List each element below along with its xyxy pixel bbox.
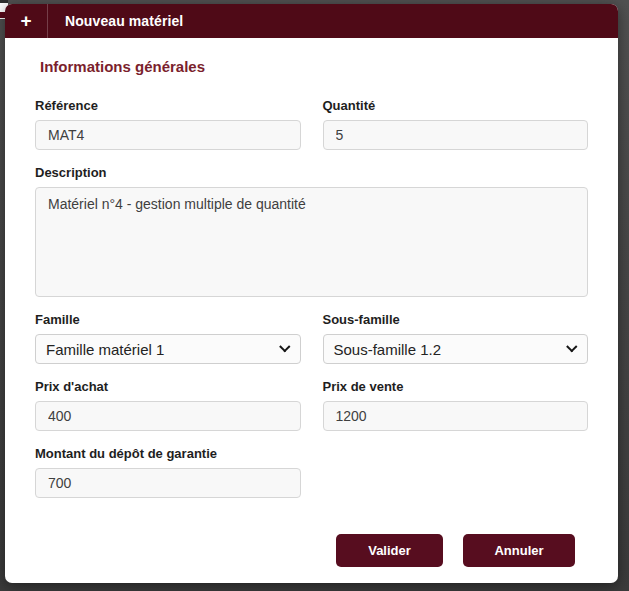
famille-select[interactable]: Famille matériel 1 — [35, 334, 301, 364]
new-material-dialog: + Nouveau matériel Informations générale… — [5, 4, 618, 583]
dialog-body: Informations générales Référence Quantit… — [5, 38, 618, 583]
reference-input[interactable] — [35, 120, 301, 150]
sous-famille-label: Sous-famille — [323, 312, 589, 328]
field-reference: Référence — [35, 98, 301, 150]
field-prix-vente: Prix de vente — [323, 379, 589, 431]
quantite-label: Quantité — [323, 98, 589, 114]
field-description: Description Matériel n°4 - gestion multi… — [35, 165, 588, 297]
plus-icon: + — [5, 11, 47, 32]
depot-garantie-label: Montant du dépôt de garantie — [35, 446, 301, 462]
sous-famille-select[interactable]: Sous-famille 1.2 — [323, 334, 589, 364]
annuler-button[interactable]: Annuler — [463, 534, 575, 567]
field-sous-famille: Sous-famille Sous-famille 1.2 — [323, 312, 589, 364]
reference-label: Référence — [35, 98, 301, 114]
dialog-footer: Valider Annuler — [35, 534, 588, 567]
field-depot-garantie: Montant du dépôt de garantie — [35, 446, 301, 498]
prix-achat-label: Prix d'achat — [35, 379, 301, 395]
valider-button[interactable]: Valider — [336, 534, 443, 567]
dialog-header: + Nouveau matériel — [5, 4, 618, 38]
row-famille-sousfamille: Famille Famille matériel 1 Sous-famille … — [35, 312, 588, 364]
description-label: Description — [35, 165, 588, 181]
famille-label: Famille — [35, 312, 301, 328]
field-famille: Famille Famille matériel 1 — [35, 312, 301, 364]
row-prix: Prix d'achat Prix de vente — [35, 379, 588, 431]
field-prix-achat: Prix d'achat — [35, 379, 301, 431]
row-reference-quantite: Référence Quantité — [35, 98, 588, 150]
prix-vente-input[interactable] — [323, 401, 589, 431]
description-textarea[interactable]: Matériel n°4 - gestion multiple de quant… — [35, 187, 588, 297]
dialog-title: Nouveau matériel — [48, 13, 183, 29]
field-quantite: Quantité — [323, 98, 589, 150]
row-description: Description Matériel n°4 - gestion multi… — [35, 165, 588, 297]
quantite-input[interactable] — [323, 120, 589, 150]
prix-vente-label: Prix de vente — [323, 379, 589, 395]
section-title: Informations générales — [40, 58, 588, 76]
row-depot-garantie: Montant du dépôt de garantie — [35, 446, 588, 498]
prix-achat-input[interactable] — [35, 401, 301, 431]
depot-garantie-input[interactable] — [35, 468, 301, 498]
field-spacer — [323, 446, 589, 498]
